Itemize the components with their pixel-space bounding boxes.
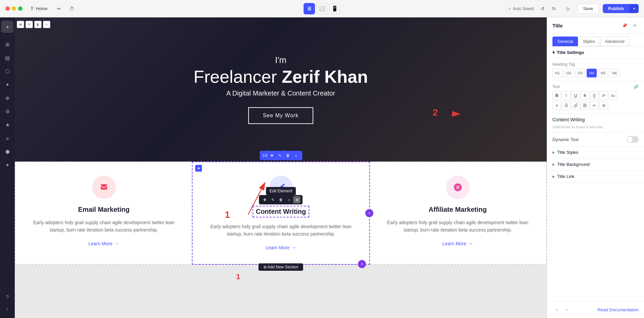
- heading-tag-h6[interactable]: H6: [609, 69, 620, 77]
- tablet-view-button[interactable]: ⬜: [316, 3, 328, 14]
- heading-tag-h4[interactable]: H4: [587, 69, 597, 77]
- sidebar-bottom: ? ↑: [1, 291, 13, 315]
- panel-body: ▾ Title Settings Heading Tag H1 H2 H3 H4…: [547, 47, 644, 301]
- publish-button[interactable]: Publish: [603, 4, 629, 13]
- undo-button[interactable]: ↺: [538, 4, 548, 14]
- maximize-button[interactable]: [18, 6, 22, 11]
- subscript-btn[interactable]: x₂: [609, 91, 618, 100]
- sidebar-item-list[interactable]: ≡: [1, 132, 13, 144]
- heading-tag-label: Heading Tag: [552, 62, 639, 67]
- publish-dropdown-button[interactable]: ▾: [629, 4, 639, 13]
- tab-advanced[interactable]: Advanced: [600, 37, 630, 46]
- heading-tag-h3[interactable]: H3: [575, 69, 585, 77]
- add-new-section-button[interactable]: ⊕ Add New Section: [259, 263, 303, 271]
- panel-title: Title: [552, 23, 563, 28]
- italic-btn[interactable]: I: [562, 91, 571, 100]
- arrow-right-icon: →: [114, 241, 119, 246]
- read-documentation-link[interactable]: Read Documentation: [598, 307, 639, 312]
- title-background-row[interactable]: ▶ Title Background: [547, 158, 644, 171]
- sidebar-item-tools[interactable]: ✦: [1, 159, 13, 171]
- superscript-btn[interactable]: x²: [599, 91, 608, 100]
- sidebar-item-user[interactable]: ↑: [1, 303, 13, 315]
- email-marketing-link[interactable]: Learn More →: [89, 241, 119, 246]
- panel-header-actions: 📌 ✕: [621, 21, 639, 29]
- col-add-btn[interactable]: ＋: [292, 152, 300, 159]
- et-drag-btn[interactable]: ⊞: [293, 196, 301, 203]
- ordered-list-btn[interactable]: ☰: [562, 101, 571, 110]
- mobile-view-button[interactable]: 📱: [329, 3, 340, 14]
- redo-button[interactable]: ↻: [549, 4, 559, 14]
- left-sidebar: ＋ ⊞ ▤ ⬡ ✦ ⊕ ⚙ ★ ≡ ⬢ ✦ ? ↑: [0, 17, 15, 318]
- sidebar-item-pages[interactable]: ⬡: [1, 65, 13, 77]
- title-styles-row[interactable]: ▶ Title Styles: [547, 146, 644, 158]
- canvas-area[interactable]: ✥ ✎ 🗑 ＋ I'm Freelancer Zerif Khan A Digi…: [15, 17, 547, 318]
- tab-general[interactable]: General: [552, 37, 578, 46]
- minimize-button[interactable]: [12, 6, 16, 11]
- sidebar-item-puzzle[interactable]: ⬢: [1, 146, 13, 158]
- hero-im-text: I'm: [194, 55, 368, 65]
- et-move-btn[interactable]: ✥: [261, 196, 268, 203]
- link-btn[interactable]: 🔗: [571, 101, 580, 110]
- panel-pin-btn[interactable]: 📌: [621, 21, 629, 29]
- edit-row-button[interactable]: ✎: [25, 21, 33, 28]
- affiliate-marketing-link[interactable]: Learn More →: [442, 241, 473, 246]
- delete-row-button[interactable]: 🗑: [34, 21, 42, 28]
- panel-forward-btn[interactable]: ›: [562, 305, 571, 314]
- sidebar-item-settings[interactable]: ⚙: [1, 106, 13, 118]
- desktop-view-button[interactable]: 🖥: [304, 3, 315, 14]
- et-add-btn[interactable]: ＋: [285, 196, 292, 203]
- pencil-icon[interactable]: ✏: [54, 4, 64, 13]
- col-delete-btn[interactable]: 🗑: [284, 152, 291, 159]
- dynamic-text-row: Dynamic Text: [547, 133, 644, 146]
- home-nav[interactable]: ⠿ Home: [31, 6, 48, 11]
- publish-button-wrap: Publish ▾: [603, 4, 639, 13]
- bold-btn[interactable]: B: [552, 91, 561, 100]
- content-writing-link[interactable]: Learn More →: [266, 245, 297, 250]
- add-element-circle[interactable]: ＋: [365, 209, 373, 217]
- clear-text-btn[interactable]: ⊘: [599, 101, 608, 110]
- et-delete-btn[interactable]: 🗑: [277, 196, 284, 203]
- sidebar-item-image[interactable]: ⊕: [1, 92, 13, 104]
- save-button[interactable]: Save: [577, 4, 599, 13]
- title-link-row[interactable]: ▶ Title Link: [547, 171, 644, 183]
- title-settings-header[interactable]: ▾ Title Settings: [552, 50, 639, 55]
- col-bottom-add[interactable]: ＋: [358, 260, 366, 268]
- edit-text-btn[interactable]: ✏: [590, 101, 599, 110]
- panel-back-btn[interactable]: ‹: [552, 305, 561, 314]
- sidebar-item-add[interactable]: ＋: [1, 21, 13, 33]
- title-settings-label: Title Settings: [557, 50, 584, 55]
- heading-tag-h5[interactable]: H5: [598, 69, 608, 77]
- email-marketing-link-label: Learn More: [89, 241, 113, 246]
- affiliate-marketing-text: Early adopters holy grail supply chain a…: [380, 219, 535, 234]
- dynamic-text-toggle[interactable]: [627, 136, 639, 143]
- text-formatting-section: Text 🔗 B I U S {} x² x₂ ≡ ☰ 🔗 ⛓: [547, 81, 644, 114]
- tab-styles[interactable]: Styles: [578, 37, 600, 46]
- unordered-list-btn[interactable]: ≡: [552, 101, 561, 110]
- text-content-value[interactable]: Content Writing: [552, 117, 639, 122]
- history-icon[interactable]: ⏱: [67, 4, 76, 13]
- email-marketing-icon: [92, 176, 116, 199]
- sidebar-item-star[interactable]: ★: [1, 119, 13, 131]
- panel-close-btn[interactable]: ✕: [631, 21, 639, 29]
- see-my-work-button[interactable]: See My Work: [248, 107, 314, 124]
- move-row-button[interactable]: ✥: [17, 21, 24, 28]
- sidebar-item-layout[interactable]: ▤: [1, 52, 13, 64]
- col-edit-btn[interactable]: ✎: [276, 152, 283, 159]
- heading-tag-h2[interactable]: H2: [564, 69, 574, 77]
- close-button[interactable]: [5, 6, 10, 11]
- col-move-handle[interactable]: ✥: [195, 165, 202, 172]
- et-edit-btn[interactable]: ✎: [269, 196, 276, 203]
- heading-tag-h1[interactable]: H1: [552, 69, 562, 77]
- preview-button[interactable]: ▷: [563, 4, 573, 14]
- underline-btn[interactable]: U: [571, 91, 580, 100]
- code-btn[interactable]: {}: [590, 91, 599, 100]
- add-row-button[interactable]: ＋: [43, 21, 50, 28]
- card-email-marketing: Email Marketing Early adopters holy grai…: [15, 162, 193, 264]
- sidebar-item-help[interactable]: ?: [1, 291, 13, 303]
- col-move-btn[interactable]: ✥: [268, 152, 275, 159]
- sidebar-item-brush[interactable]: ✦: [1, 79, 13, 91]
- strikethrough-btn[interactable]: S: [581, 91, 589, 100]
- unlink-btn[interactable]: ⛓: [581, 101, 589, 110]
- content-writing-title-selected[interactable]: ✥ ✎ 🗑 ＋ ⊞ Edit Element Content Writing: [253, 206, 310, 217]
- sidebar-item-grid[interactable]: ⊞: [1, 39, 13, 51]
